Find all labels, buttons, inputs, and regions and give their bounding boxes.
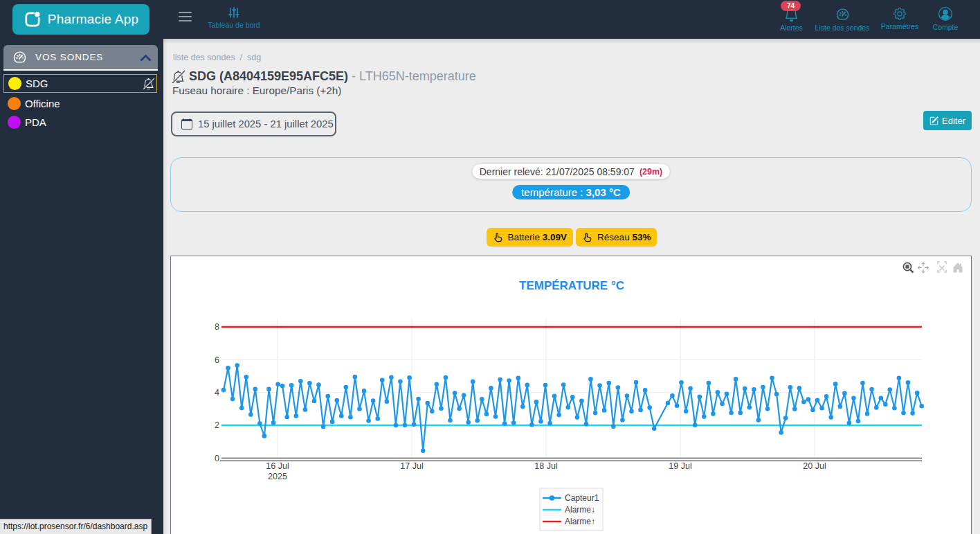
svg-text:6: 6 — [215, 355, 219, 365]
svg-text:Alarme↑: Alarme↑ — [565, 517, 595, 526]
svg-text:18 Jul: 18 Jul — [534, 461, 557, 471]
svg-text:19 Jul: 19 Jul — [669, 461, 691, 471]
svg-text:Alarme↓: Alarme↓ — [565, 505, 595, 515]
svg-text:0: 0 — [215, 454, 219, 463]
svg-text:17 Jul: 17 Jul — [400, 461, 423, 471]
svg-text:16 Jul: 16 Jul — [266, 461, 289, 471]
svg-text:4: 4 — [215, 388, 219, 398]
svg-text:8: 8 — [215, 322, 219, 332]
svg-text:TEMPÉRATURE °C: TEMPÉRATURE °C — [519, 279, 624, 292]
svg-text:Capteur1: Capteur1 — [565, 493, 599, 503]
svg-text:2025: 2025 — [268, 472, 287, 481]
svg-text:20 Jul: 20 Jul — [803, 461, 826, 471]
svg-text:2: 2 — [215, 420, 219, 430]
